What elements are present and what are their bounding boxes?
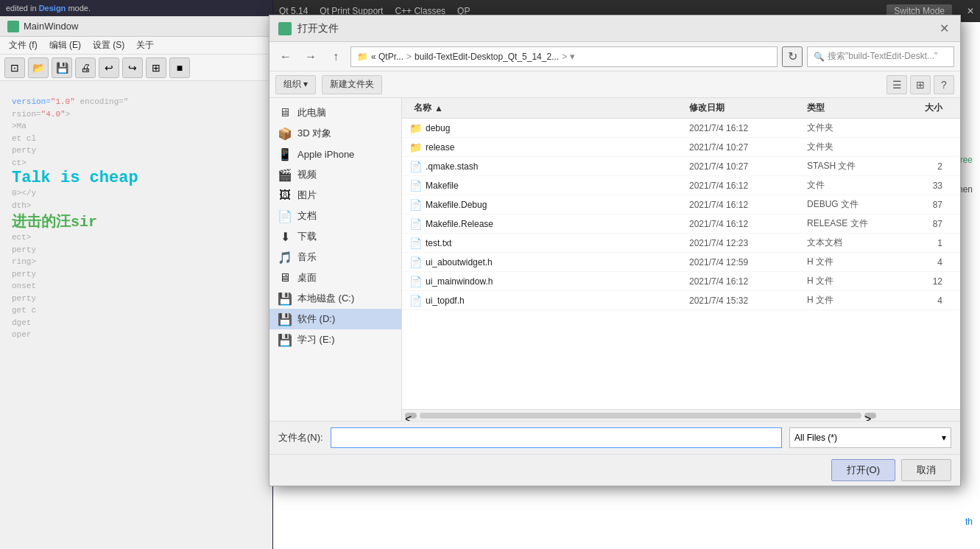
fd-breadcrumb-dropdown[interactable]: ▾	[570, 51, 575, 62]
toolbar-btn-8[interactable]: ■	[169, 57, 190, 78]
sidebar-item-local-c[interactable]: 💾 本地磁盘 (C:)	[269, 288, 401, 309]
sidebar-item-iphone[interactable]: 📱 Apple iPhone	[269, 144, 401, 164]
fd-open-button[interactable]: 打开(O)	[831, 459, 895, 481]
test-txt-filename: test.txt	[426, 238, 689, 248]
col-date-header[interactable]: 修改日期	[689, 102, 807, 114]
col-type-label: 类型	[807, 102, 825, 113]
sidebar-item-study-e[interactable]: 💾 学习 (E:)	[269, 329, 401, 350]
mainwindow-menubar[interactable]: 文件 (f) 编辑 (E) 设置 (S) 关于	[0, 37, 272, 55]
fd-scroll-left-btn[interactable]: <	[405, 413, 417, 419]
file-row-makefile[interactable]: 📄 Makefile 2021/7/4 16:12 文件 33	[402, 176, 960, 195]
fd-scrollbar-horizontal[interactable]: < >	[402, 409, 960, 421]
file-row-test-txt[interactable]: 📄 test.txt 2021/7/4 12:23 文本文档 1	[402, 234, 960, 253]
sidebar-item-picture[interactable]: 🖼 图片	[269, 185, 401, 206]
fd-breadcrumb-path[interactable]: build-TextEdit-Desktop_Qt_5_14_2...	[415, 52, 559, 62]
sidebar-label-study-e: 学习 (E:)	[297, 333, 335, 346]
menu-edit[interactable]: 编辑 (E)	[45, 38, 85, 53]
menu-about[interactable]: 关于	[132, 38, 158, 53]
code-line-7: 0></y	[12, 187, 261, 200]
fd-actionbar: 组织 ▾ 新建文件夹 ☰ ⊞ ?	[269, 71, 960, 98]
file-row-ui-about[interactable]: 📄 ui_aboutwidget.h 2021/7/4 12:59 H 文件 4	[402, 253, 960, 272]
debug-type: 文件夹	[807, 122, 910, 134]
code-line-9: ect>	[12, 231, 261, 244]
talk-is-cheap-text: Talk is cheap	[12, 169, 261, 187]
file-row-debug[interactable]: 📁 debug 2021/7/4 16:12 文件夹	[402, 119, 960, 138]
fd-search-box[interactable]: 🔍 搜索"build-TextEdit-Deskt..."	[807, 46, 954, 67]
fd-breadcrumb-root[interactable]: « QtPr...	[371, 52, 403, 62]
fd-view-list-button[interactable]: ☰	[886, 75, 907, 94]
toolbar-btn-4[interactable]: 🖨	[75, 57, 96, 78]
qmake-type: STASH 文件	[807, 160, 910, 172]
test-txt-size: 1	[910, 238, 954, 248]
toolbar-btn-7[interactable]: ⊞	[146, 57, 166, 78]
sidebar-item-desktop[interactable]: 🖥 桌面	[269, 267, 401, 288]
sidebar-label-soft-d: 软件 (D:)	[297, 312, 335, 326]
file-row-makefile-debug[interactable]: 📄 Makefile.Debug 2021/7/4 16:12 DEBUG 文件…	[402, 195, 960, 214]
fd-back-button[interactable]: ←	[275, 46, 296, 67]
fd-new-folder-button[interactable]: 新建文件夹	[322, 75, 382, 94]
test-txt-date: 2021/7/4 12:23	[689, 238, 807, 248]
makefile-release-filename: Makefile.Release	[426, 219, 689, 229]
sidebar-item-video[interactable]: 🎬 视频	[269, 164, 401, 185]
sidebar-item-soft-d[interactable]: 💾 软件 (D:)	[269, 309, 401, 329]
fd-scroll-thumb[interactable]	[420, 413, 861, 419]
fd-title-text: 打开文件	[297, 22, 339, 35]
file-row-makefile-release[interactable]: 📄 Makefile.Release 2021/7/4 16:12 RELEAS…	[402, 214, 960, 234]
right-panel-close[interactable]: ✕	[967, 6, 974, 16]
debug-folder-icon: 📁	[408, 121, 423, 136]
toolbar-btn-3[interactable]: 💾	[52, 57, 72, 78]
ui-mainwindow-date: 2021/7/4 16:12	[689, 276, 807, 287]
fd-titlebar: 打开文件 ✕	[269, 15, 960, 42]
code-line-12: perty	[12, 268, 261, 281]
fd-search-placeholder: 搜索"build-TextEdit-Deskt..."	[828, 50, 937, 63]
video-icon: 🎬	[278, 168, 292, 181]
sidebar-item-3d[interactable]: 📦 3D 对象	[269, 123, 401, 144]
toolbar-btn-5[interactable]: ↩	[99, 57, 119, 78]
sidebar-item-pc[interactable]: 🖥 此电脑	[269, 102, 401, 123]
ui-about-type: H 文件	[807, 256, 910, 268]
col-name-header[interactable]: 名称 ▲	[408, 102, 689, 114]
col-type-header[interactable]: 类型	[807, 102, 910, 114]
fd-forward-button[interactable]: →	[300, 46, 321, 67]
ui-topdf-icon: 📄	[408, 293, 423, 308]
fd-scroll-right-btn[interactable]: >	[864, 413, 876, 419]
file-row-ui-topdf[interactable]: 📄 ui_topdf.h 2021/7/4 15:32 H 文件 4	[402, 291, 960, 310]
file-row-release[interactable]: 📁 release 2021/7/4 10:27 文件夹	[402, 138, 960, 157]
mainwindow-toolbar: ⊡ 📂 💾 🖨 ↩ ↪ ⊞ ■	[0, 55, 272, 81]
fd-filename-input[interactable]	[331, 427, 782, 448]
fd-refresh-button[interactable]: ↻	[782, 46, 803, 67]
sidebar-item-docs[interactable]: 📄 文档	[269, 206, 401, 226]
fd-breadcrumb-folder-icon: 📁	[357, 52, 368, 62]
file-row-qmake[interactable]: 📄 .qmake.stash 2021/7/4 10:27 STASH 文件 2	[402, 157, 960, 176]
pc-icon: 🖥	[278, 106, 292, 119]
mainwindow-title: MainWindow	[24, 21, 78, 32]
soft-d-icon: 💾	[278, 312, 292, 326]
fd-help-button[interactable]: ?	[934, 75, 954, 94]
toolbar-btn-2[interactable]: 📂	[28, 57, 49, 78]
sidebar-label-download: 下载	[297, 230, 317, 243]
fd-list-header: 名称 ▲ 修改日期 类型 大小	[402, 98, 960, 119]
code-line-1: version="1.0" encoding="	[12, 96, 261, 108]
sidebar-item-download[interactable]: ⬇ 下载	[269, 226, 401, 247]
sidebar-label-local-c: 本地磁盘 (C:)	[297, 292, 354, 305]
fd-filetype-select[interactable]: All Files (*) ▾	[789, 427, 951, 448]
fd-cancel-button[interactable]: 取消	[901, 459, 951, 481]
toolbar-btn-6[interactable]: ↪	[122, 57, 143, 78]
code-line-14: perty	[12, 293, 261, 305]
code-line-8: dth>	[12, 200, 261, 212]
fd-close-button[interactable]: ✕	[937, 21, 951, 36]
col-size-header[interactable]: 大小	[910, 102, 954, 114]
tree-label: ree	[960, 155, 973, 165]
fd-view-icons-button[interactable]: ⊞	[910, 75, 931, 94]
file-row-ui-mainwindow[interactable]: 📄 ui_mainwindow.h 2021/7/4 16:12 H 文件 12	[402, 272, 960, 291]
sidebar-item-music[interactable]: 🎵 音乐	[269, 247, 401, 267]
menu-file[interactable]: 文件 (f)	[4, 38, 42, 53]
menu-settings[interactable]: 设置 (S)	[88, 38, 129, 53]
code-line-17: oper	[12, 329, 261, 341]
toolbar-btn-1[interactable]: ⊡	[4, 57, 25, 78]
fd-up-button[interactable]: ↑	[325, 46, 346, 67]
debug-date: 2021/7/4 16:12	[689, 123, 807, 133]
fd-organize-button[interactable]: 组织 ▾	[275, 75, 316, 94]
local-c-icon: 💾	[278, 292, 292, 305]
fd-breadcrumb-sep1: >	[406, 52, 412, 62]
